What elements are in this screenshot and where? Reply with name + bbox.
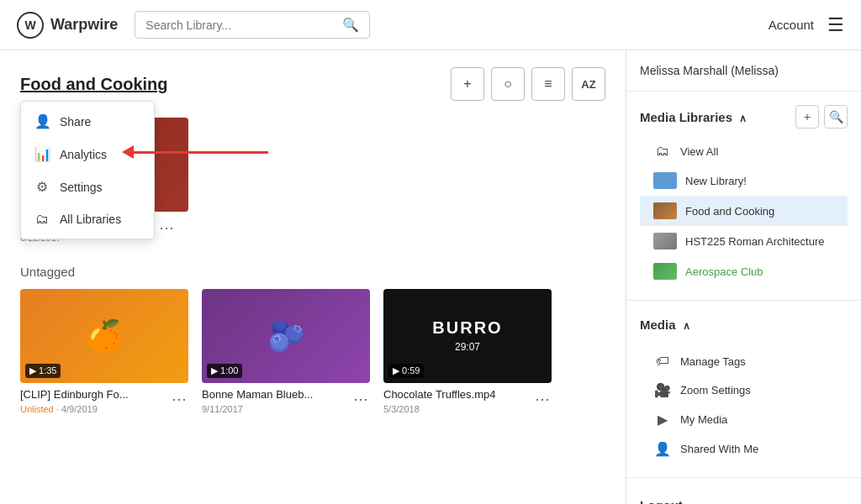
logo-name: Warpwire xyxy=(50,16,118,34)
video-title-0: [CLIP] Edinburgh Fo... xyxy=(20,388,170,402)
sidebar-media-header: Media ∧ xyxy=(640,314,848,339)
dropdown-share-label: Share xyxy=(60,115,91,129)
content-area: Food and Cooking + ○ ≡ AZ 👤 Share 📊 Anal… xyxy=(0,50,626,504)
video-card-0[interactable]: 🍊 ▶ 1:35 [CLIP] Edinburgh Fo... Unlisted… xyxy=(20,289,188,419)
circle-button[interactable]: ○ xyxy=(491,67,525,101)
list-button[interactable]: ≡ xyxy=(531,67,565,101)
sidebar-thumb-food xyxy=(653,202,677,219)
app-header: W Warpwire 🔍 Account ☰ xyxy=(0,0,861,50)
dropdown-settings[interactable]: ⚙ Settings xyxy=(21,171,154,203)
sidebar-item-food-cooking[interactable]: Food and Cooking xyxy=(640,196,848,226)
video-details-2: Chocolate Truffles.mp4 5/3/2018 xyxy=(383,388,533,414)
sidebar-my-media-label: My Media xyxy=(680,413,834,426)
tag-icon: 🏷 xyxy=(653,354,672,369)
video-details-1: Bonne Maman Blueb... 9/11/2017 xyxy=(202,388,351,414)
logo-icon: W xyxy=(17,12,44,39)
video-date-1: 9/11/2017 xyxy=(202,404,351,414)
video-date-2: 5/3/2018 xyxy=(383,404,533,414)
dropdown-share[interactable]: 👤 Share xyxy=(21,105,154,138)
header-left: W Warpwire 🔍 xyxy=(17,11,370,39)
sidebar-item-aerospace[interactable]: Aerospace Club xyxy=(640,256,848,286)
folder-icon: 🗂 xyxy=(653,144,672,159)
video-duration-1: ▶ 1:00 xyxy=(207,364,242,378)
logo[interactable]: W Warpwire xyxy=(17,12,118,39)
video-thumb-1: 🫐 ▶ 1:00 xyxy=(202,289,370,383)
first-video-more-button[interactable]: ⋯ xyxy=(157,217,176,239)
sidebar-item-manage-tags[interactable]: 🏷 Manage Tags xyxy=(640,347,848,375)
video-duration-2: ▶ 0:59 xyxy=(388,364,424,378)
video-meta-0: Unlisted · 4/9/2019 xyxy=(20,404,170,414)
add-library-button[interactable]: + xyxy=(795,105,819,129)
video-thumb-2: BURRO 29:07 ▶ 0:59 xyxy=(383,289,552,383)
sidebar: Melissa Marshall (Melissa) Media Librari… xyxy=(626,50,861,504)
sidebar-shared-label: Shared With Me xyxy=(680,443,834,455)
person-icon: 👤 xyxy=(653,441,672,457)
video-date-0: · 4/9/2019 xyxy=(56,404,98,414)
sidebar-media-section: Media ∧ 🏷 Manage Tags 🎥 Zoom Settings ▶ … xyxy=(626,307,861,470)
sidebar-section-header: Media Libraries ∧ + 🔍 xyxy=(640,105,848,129)
libraries-icon: 🗂 xyxy=(34,212,50,227)
search-input[interactable] xyxy=(145,18,335,32)
arrow-line xyxy=(134,151,268,154)
video-title-1: Bonne Maman Blueb... xyxy=(202,388,351,402)
sidebar-thumb-aero xyxy=(653,263,677,280)
sidebar-thumb-new xyxy=(653,172,677,189)
sidebar-divider-1 xyxy=(626,300,861,301)
arrow-head xyxy=(122,145,134,159)
search-icon: 🔍 xyxy=(342,17,359,33)
video-card-1[interactable]: 🫐 ▶ 1:00 Bonne Maman Blueb... 9/11/2017 … xyxy=(202,289,370,419)
video-info-1: Bonne Maman Blueb... 9/11/2017 ⋯ xyxy=(202,383,370,419)
logout-label[interactable]: Logout xyxy=(640,498,683,504)
sidebar-food-label: Food and Cooking xyxy=(685,205,834,218)
video-details-0: [CLIP] Edinburgh Fo... Unlisted · 4/9/20… xyxy=(20,388,170,414)
sidebar-media-libraries-section: Media Libraries ∧ + 🔍 🗂 View All New Lib… xyxy=(626,92,861,293)
sidebar-manage-tags-label: Manage Tags xyxy=(680,355,834,368)
video-info-0: [CLIP] Edinburgh Fo... Unlisted · 4/9/20… xyxy=(20,383,188,419)
sidebar-divider-2 xyxy=(626,477,861,478)
dropdown-menu: 👤 Share 📊 Analytics ⚙ Settings 🗂 All Lib… xyxy=(20,101,155,239)
dropdown-all-libraries[interactable]: 🗂 All Libraries xyxy=(21,203,154,235)
sort-button[interactable]: AZ xyxy=(572,67,605,101)
video-status-0: Unlisted xyxy=(20,404,54,414)
account-link[interactable]: Account xyxy=(769,18,814,32)
header-right: Account ☰ xyxy=(769,14,844,36)
zoom-icon: 🎥 xyxy=(653,382,672,398)
video-more-2[interactable]: ⋯ xyxy=(533,388,552,410)
settings-arrow xyxy=(122,145,268,159)
sidebar-item-hst[interactable]: HST225 Roman Architecture xyxy=(640,226,848,256)
sidebar-item-my-media[interactable]: ▶ My Media xyxy=(640,405,848,434)
sidebar-item-shared[interactable]: 👤 Shared With Me xyxy=(640,434,848,464)
dropdown-analytics-label: Analytics xyxy=(60,148,107,161)
sidebar-user: Melissa Marshall (Melissa) xyxy=(626,64,861,92)
add-button[interactable]: + xyxy=(451,67,484,101)
share-icon: 👤 xyxy=(34,113,50,129)
sidebar-view-all-label: View All xyxy=(680,145,834,158)
video-duration-0: ▶ 1:35 xyxy=(25,364,61,378)
search-library-button[interactable]: 🔍 xyxy=(824,105,848,129)
sidebar-new-library-label: New Library! xyxy=(685,175,834,187)
video-info-2: Chocolate Truffles.mp4 5/3/2018 ⋯ xyxy=(383,383,552,419)
video-grid: 🍊 ▶ 1:35 [CLIP] Edinburgh Fo... Unlisted… xyxy=(20,289,605,419)
sidebar-aero-label: Aerospace Club xyxy=(685,265,834,278)
sidebar-item-zoom[interactable]: 🎥 Zoom Settings xyxy=(640,375,848,405)
sidebar-logout[interactable]: Logout xyxy=(626,485,861,504)
video-thumb-0: 🍊 ▶ 1:35 xyxy=(20,289,188,383)
sidebar-item-new-library[interactable]: New Library! xyxy=(640,165,848,196)
menu-icon[interactable]: ☰ xyxy=(827,14,844,36)
analytics-icon: 📊 xyxy=(34,146,50,162)
video-card-2[interactable]: BURRO 29:07 ▶ 0:59 Chocolate Truffles.mp… xyxy=(383,289,552,419)
page-title: Food and Cooking xyxy=(20,75,168,94)
sidebar-section-actions: + 🔍 xyxy=(795,105,848,129)
video-more-0[interactable]: ⋯ xyxy=(170,388,188,410)
play-icon: ▶ xyxy=(653,412,672,428)
sidebar-media-libraries-title: Media Libraries ∧ xyxy=(640,110,747,124)
video-more-1[interactable]: ⋯ xyxy=(351,388,370,410)
search-bar[interactable]: 🔍 xyxy=(135,11,370,39)
video-title-2: Chocolate Truffles.mp4 xyxy=(383,388,533,402)
dropdown-settings-label: Settings xyxy=(60,181,103,194)
dropdown-all-libraries-label: All Libraries xyxy=(60,213,121,226)
untagged-section-title: Untagged xyxy=(20,265,605,279)
sidebar-item-view-all[interactable]: 🗂 View All xyxy=(640,137,848,165)
content-header: Food and Cooking + ○ ≡ AZ xyxy=(20,67,605,101)
sidebar-thumb-hst xyxy=(653,233,677,249)
